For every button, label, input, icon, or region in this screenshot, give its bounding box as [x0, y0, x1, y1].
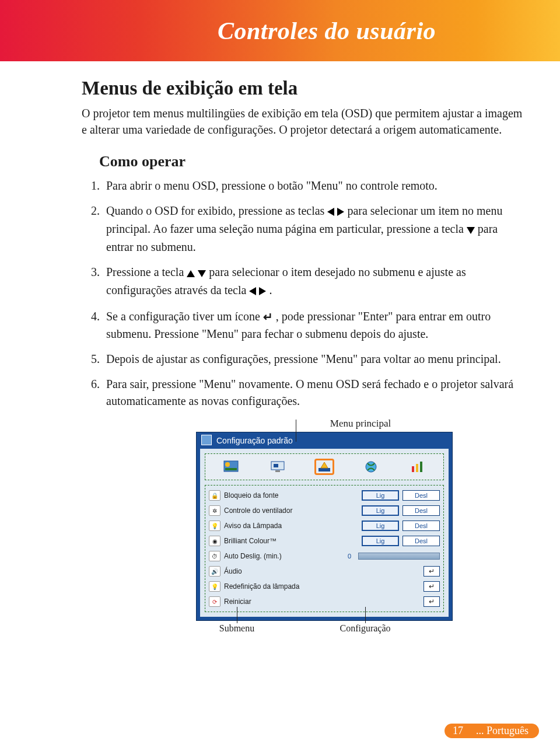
step-4-part-a: Se a configuração tiver um ícone — [106, 310, 263, 323]
caption-main-menu: Menu principal — [196, 418, 525, 429]
lamp-reset-icon: 💡 — [209, 581, 220, 592]
enter-submenu-button[interactable]: ↵ — [424, 566, 440, 577]
osd-row-lamp-reset[interactable]: 💡 Redefinição da lâmpada ↵ — [209, 579, 440, 594]
colour-icon: ◉ — [209, 536, 220, 546]
osd-title-bar: Configuração padrão — [197, 432, 452, 449]
svg-rect-6 — [318, 468, 330, 471]
tab-language-icon[interactable] — [361, 459, 381, 475]
svg-rect-5 — [275, 470, 280, 472]
toggle-off-button[interactable]: Desl — [402, 505, 440, 516]
tab-settings-icon[interactable] — [314, 459, 334, 475]
restart-icon: ⟳ — [209, 596, 220, 607]
page-header-title: Controles do usuário — [218, 17, 436, 45]
arrow-down-icon — [467, 222, 475, 239]
osd-rows: 🔒 Bloqueio da fonte Lig Desl ✲ Controle … — [205, 485, 444, 612]
osd-window: Configuração padrão — [196, 432, 453, 621]
toggle-on-button[interactable]: Lig — [362, 505, 399, 516]
fan-icon: ✲ — [209, 505, 220, 516]
osd-tab-row — [205, 453, 444, 480]
row-label: Auto Deslig. (min.) — [224, 552, 341, 560]
row-label: Áudio — [224, 567, 341, 575]
svg-point-1 — [225, 462, 230, 467]
arrow-right-icon — [259, 283, 266, 300]
step-5: Depois de ajustar as configurações, pres… — [103, 351, 525, 368]
row-label: Controle do ventilador — [224, 507, 341, 515]
value-column: ↵ — [341, 581, 440, 592]
svg-rect-2 — [225, 468, 237, 470]
step-1: Para abrir o menu OSD, pressione o botão… — [103, 177, 525, 194]
steps-list: Para abrir o menu OSD, pressione o botão… — [82, 177, 525, 410]
svg-rect-10 — [420, 462, 422, 472]
tab-display-icon[interactable] — [268, 459, 288, 475]
enter-submenu-button[interactable]: ↵ — [424, 596, 440, 607]
row-label: Aviso da Lâmpada — [224, 522, 341, 530]
lamp-warning-icon: 💡 — [209, 521, 220, 531]
svg-rect-8 — [412, 466, 414, 472]
section-heading: Menus de exibição em tela — [82, 78, 525, 99]
arrow-up-icon — [187, 265, 195, 282]
content-area: Menus de exibição em tela O projetor tem… — [0, 61, 560, 634]
source-lock-icon: 🔒 — [209, 490, 220, 501]
osd-row-brilliant-colour[interactable]: ◉ Brilliant Colour™ Lig Desl — [209, 533, 440, 549]
toggle-off-button[interactable]: Desl — [402, 490, 440, 501]
osd-row-source-lock[interactable]: 🔒 Bloqueio da fonte Lig Desl — [209, 488, 440, 503]
osd-figure: Menu principal Configuração padrão — [196, 418, 525, 634]
row-label: Redefinição da lâmpada — [224, 582, 341, 591]
osd-row-lamp-warning[interactable]: 💡 Aviso da Lâmpada Lig Desl — [209, 518, 440, 533]
arrow-down-icon — [198, 265, 206, 282]
step-2-part-a: Quando o OSD for exibido, pressione as t… — [106, 204, 327, 217]
bottom-labels: Submenu Configuração — [196, 623, 453, 634]
page-footer: 17 ... Português — [444, 724, 539, 738]
toggle-on-button[interactable]: Lig — [362, 490, 399, 501]
page-language: ... Português — [471, 724, 539, 738]
toggle-on-button[interactable]: Lig — [362, 536, 399, 546]
step-6: Para sair, pressione "Menu" novamente. O… — [103, 376, 525, 410]
arrow-right-icon — [337, 204, 344, 221]
value-column: Lig Desl — [341, 490, 440, 501]
row-label: Reiniciar — [224, 598, 341, 606]
tab-image-icon[interactable] — [221, 459, 241, 475]
osd-row-fan-control[interactable]: ✲ Controle do ventilador Lig Desl — [209, 503, 440, 518]
svg-rect-9 — [416, 464, 418, 472]
row-label: Brilliant Colour™ — [224, 537, 341, 545]
osd-row-restart[interactable]: ⟳ Reiniciar ↵ — [209, 594, 440, 609]
step-3: Pressione a tecla para selecionar o item… — [103, 264, 525, 300]
step-2: Quando o OSD for exibido, pressione as t… — [103, 202, 525, 256]
subheading-how-to: Como operar — [99, 153, 525, 170]
osd-body: 🔒 Bloqueio da fonte Lig Desl ✲ Controle … — [200, 449, 449, 617]
value-column: Lig Desl — [341, 536, 440, 546]
value-column: Lig Desl — [341, 521, 440, 531]
value-column: 0 — [341, 553, 440, 560]
value-column: ↵ — [341, 566, 440, 577]
header-band: Controles do usuário — [0, 0, 560, 61]
toggle-on-button[interactable]: Lig — [362, 521, 399, 531]
value-column: Lig Desl — [341, 505, 440, 516]
step-3-part-c: . — [269, 284, 272, 296]
enter-icon: ↵ — [263, 309, 273, 326]
osd-title-icon — [201, 435, 212, 445]
arrow-left-icon — [327, 204, 334, 221]
caption-submenu: Submenu — [196, 623, 278, 634]
caption-configuration: Configuração — [278, 623, 453, 634]
svg-rect-4 — [274, 464, 278, 467]
intro-paragraph: O projetor tem menus multilingües de exi… — [82, 105, 525, 138]
audio-icon: 🔊 — [209, 566, 220, 577]
arrow-left-icon — [249, 283, 256, 300]
tab-info-icon[interactable] — [408, 459, 428, 475]
enter-submenu-button[interactable]: ↵ — [424, 581, 440, 592]
osd-row-audio[interactable]: 🔊 Áudio ↵ — [209, 564, 440, 579]
osd-row-auto-off[interactable]: ⏱ Auto Deslig. (min.) 0 — [209, 549, 440, 564]
svg-point-7 — [366, 462, 376, 472]
row-label: Bloqueio da fonte — [224, 491, 341, 500]
slider-value: 0 — [348, 553, 351, 560]
value-column: ↵ — [341, 596, 440, 607]
toggle-off-button[interactable]: Desl — [402, 536, 440, 546]
step-4: Se a configuração tiver um ícone ↵ , pod… — [103, 308, 525, 343]
page-number: 17 — [444, 724, 471, 738]
osd-title-text: Configuração padrão — [216, 436, 293, 445]
slider-track[interactable] — [358, 553, 440, 560]
timer-icon: ⏱ — [209, 551, 220, 561]
toggle-off-button[interactable]: Desl — [402, 521, 440, 531]
step-3-part-a: Pressione a tecla — [106, 266, 187, 278]
